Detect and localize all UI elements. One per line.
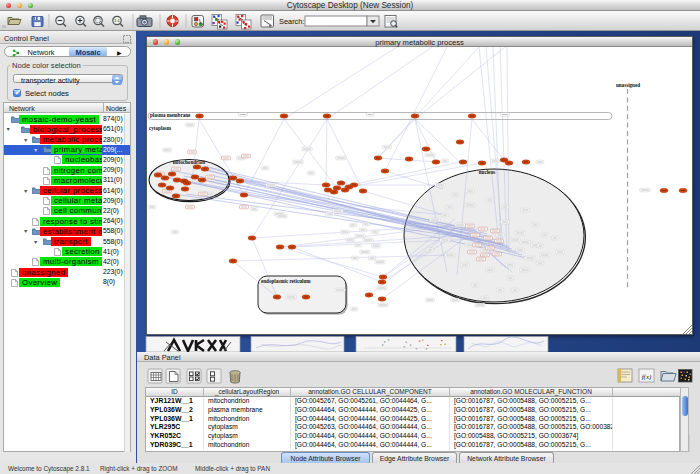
svg-text:nucleus: nucleus <box>479 169 495 175</box>
svg-text:mitochondrion: mitochondrion <box>173 159 205 165</box>
svg-text:Search:: Search: <box>279 17 304 26</box>
svg-text:cytoplasm: cytoplasm <box>149 125 172 131</box>
svg-text:f(x): f(x) <box>642 373 652 381</box>
svg-text:unassigned: unassigned <box>616 82 640 88</box>
svg-text:plasma membrane: plasma membrane <box>150 112 191 118</box>
svg-text:endoplasmic reticulum: endoplasmic reticulum <box>261 278 311 284</box>
svg-text:1:1: 1:1 <box>114 18 121 23</box>
